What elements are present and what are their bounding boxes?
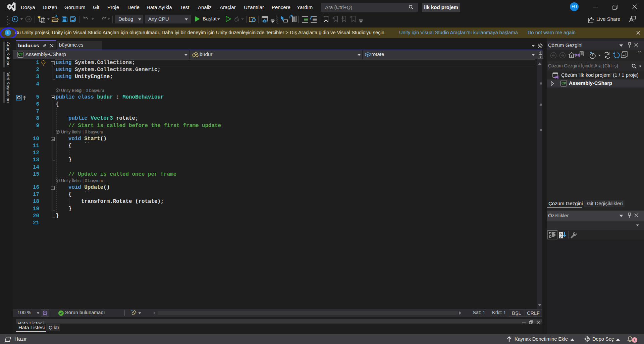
svg-text:Z: Z xyxy=(560,235,562,239)
svg-text:A: A xyxy=(560,232,562,235)
